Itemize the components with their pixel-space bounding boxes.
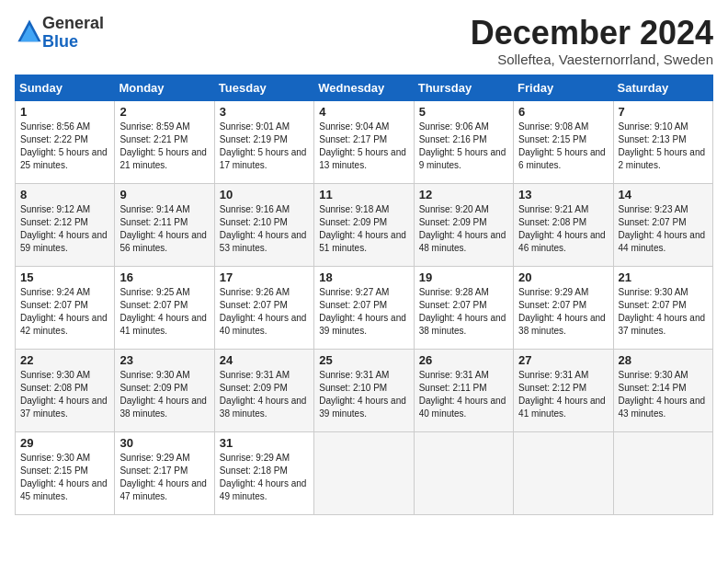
calendar-day-cell: 11Sunrise: 9:18 AMSunset: 2:09 PMDayligh… [314, 183, 414, 266]
weekday-header-cell: Saturday [613, 75, 712, 100]
calendar-table: SundayMondayTuesdayWednesdayThursdayFrid… [15, 75, 713, 515]
calendar-day-cell: 27Sunrise: 9:31 AMSunset: 2:12 PMDayligh… [514, 349, 613, 431]
day-number: 18 [319, 270, 408, 284]
day-info: Sunrise: 9:31 AMSunset: 2:10 PMDaylight:… [319, 369, 408, 420]
calendar-day-cell: 30Sunrise: 9:29 AMSunset: 2:17 PMDayligh… [115, 431, 214, 514]
day-number: 16 [119, 270, 209, 284]
day-info: Sunrise: 9:06 AMSunset: 2:16 PMDaylight:… [419, 121, 508, 172]
logo: General Blue [15, 15, 104, 52]
day-info: Sunrise: 9:16 AMSunset: 2:10 PMDaylight:… [220, 203, 309, 255]
day-info: Sunrise: 9:29 AMSunset: 2:07 PMDaylight:… [518, 286, 608, 338]
day-info: Sunrise: 9:08 AMSunset: 2:15 PMDaylight:… [518, 121, 608, 172]
day-info: Sunrise: 9:28 AMSunset: 2:07 PMDaylight:… [419, 286, 508, 338]
day-number: 23 [119, 353, 209, 367]
calendar-day-cell: 14Sunrise: 9:23 AMSunset: 2:07 PMDayligh… [613, 183, 712, 266]
calendar-day-cell: 29Sunrise: 9:30 AMSunset: 2:15 PMDayligh… [16, 431, 115, 514]
day-number: 31 [220, 436, 309, 450]
calendar-week-row: 8Sunrise: 9:12 AMSunset: 2:12 PMDaylight… [16, 183, 713, 266]
day-info: Sunrise: 9:25 AMSunset: 2:07 PMDaylight:… [119, 286, 209, 338]
calendar-day-cell: 9Sunrise: 9:14 AMSunset: 2:11 PMDaylight… [115, 183, 214, 266]
day-info: Sunrise: 9:31 AMSunset: 2:12 PMDaylight:… [518, 369, 608, 420]
calendar-day-cell: 12Sunrise: 9:20 AMSunset: 2:09 PMDayligh… [414, 183, 513, 266]
day-number: 11 [319, 188, 408, 201]
day-number: 20 [518, 270, 608, 284]
day-info: Sunrise: 9:14 AMSunset: 2:11 PMDaylight:… [119, 203, 209, 255]
calendar-day-cell: 18Sunrise: 9:27 AMSunset: 2:07 PMDayligh… [314, 266, 414, 349]
calendar-day-cell: 7Sunrise: 9:10 AMSunset: 2:13 PMDaylight… [613, 100, 712, 183]
calendar-day-cell: 1Sunrise: 8:56 AMSunset: 2:22 PMDaylight… [16, 100, 115, 183]
day-info: Sunrise: 8:59 AMSunset: 2:21 PMDaylight:… [119, 121, 209, 172]
weekday-header-cell: Thursday [414, 75, 513, 100]
weekday-header-cell: Friday [514, 75, 613, 100]
calendar-body: 1Sunrise: 8:56 AMSunset: 2:22 PMDaylight… [16, 100, 713, 514]
day-number: 7 [619, 105, 708, 119]
day-number: 2 [119, 105, 209, 119]
day-number: 8 [20, 188, 109, 201]
day-number: 6 [518, 105, 608, 119]
day-info: Sunrise: 9:31 AMSunset: 2:11 PMDaylight:… [419, 369, 508, 420]
day-info: Sunrise: 9:27 AMSunset: 2:07 PMDaylight:… [319, 286, 408, 338]
calendar-day-cell: 2Sunrise: 8:59 AMSunset: 2:21 PMDaylight… [115, 100, 214, 183]
weekday-header-cell: Sunday [16, 75, 115, 100]
day-number: 26 [419, 353, 508, 367]
day-number: 17 [220, 270, 309, 284]
weekday-header-cell: Tuesday [214, 75, 313, 100]
calendar-day-cell: 13Sunrise: 9:21 AMSunset: 2:08 PMDayligh… [514, 183, 613, 266]
day-info: Sunrise: 9:29 AMSunset: 2:17 PMDaylight:… [119, 452, 209, 503]
calendar-day-cell: 19Sunrise: 9:28 AMSunset: 2:07 PMDayligh… [414, 266, 513, 349]
calendar-day-cell [414, 431, 513, 514]
calendar-day-cell: 15Sunrise: 9:24 AMSunset: 2:07 PMDayligh… [16, 266, 115, 349]
logo-line2: Blue [42, 33, 104, 52]
calendar-day-cell: 5Sunrise: 9:06 AMSunset: 2:16 PMDaylight… [414, 100, 513, 183]
calendar-week-row: 29Sunrise: 9:30 AMSunset: 2:15 PMDayligh… [16, 431, 713, 514]
day-info: Sunrise: 9:01 AMSunset: 2:19 PMDaylight:… [220, 121, 309, 172]
day-info: Sunrise: 9:30 AMSunset: 2:07 PMDaylight:… [619, 286, 708, 338]
calendar-day-cell: 21Sunrise: 9:30 AMSunset: 2:07 PMDayligh… [613, 266, 712, 349]
day-info: Sunrise: 9:30 AMSunset: 2:08 PMDaylight:… [20, 369, 109, 420]
month-title: December 2024 [471, 15, 713, 52]
day-info: Sunrise: 8:56 AMSunset: 2:22 PMDaylight:… [20, 121, 109, 172]
day-number: 29 [20, 436, 109, 450]
calendar-day-cell: 6Sunrise: 9:08 AMSunset: 2:15 PMDaylight… [514, 100, 613, 183]
calendar-day-cell: 28Sunrise: 9:30 AMSunset: 2:14 PMDayligh… [613, 349, 712, 431]
day-number: 30 [119, 436, 209, 450]
calendar-day-cell: 17Sunrise: 9:26 AMSunset: 2:07 PMDayligh… [214, 266, 313, 349]
day-number: 22 [20, 353, 109, 367]
day-info: Sunrise: 9:04 AMSunset: 2:17 PMDaylight:… [319, 121, 408, 172]
calendar-day-cell: 3Sunrise: 9:01 AMSunset: 2:19 PMDaylight… [214, 100, 313, 183]
day-number: 5 [419, 105, 508, 119]
day-number: 4 [319, 105, 408, 119]
calendar-day-cell [613, 431, 712, 514]
calendar-week-row: 15Sunrise: 9:24 AMSunset: 2:07 PMDayligh… [16, 266, 713, 349]
day-info: Sunrise: 9:26 AMSunset: 2:07 PMDaylight:… [220, 286, 309, 338]
logo-line1: General [42, 15, 104, 33]
day-number: 12 [419, 188, 508, 201]
title-area: December 2024 Solleftea, Vaesternorrland… [471, 15, 713, 67]
calendar-day-cell: 8Sunrise: 9:12 AMSunset: 2:12 PMDaylight… [16, 183, 115, 266]
day-info: Sunrise: 9:12 AMSunset: 2:12 PMDaylight:… [20, 203, 109, 255]
day-info: Sunrise: 9:30 AMSunset: 2:14 PMDaylight:… [619, 369, 708, 420]
day-number: 27 [518, 353, 608, 367]
calendar-day-cell: 10Sunrise: 9:16 AMSunset: 2:10 PMDayligh… [214, 183, 313, 266]
day-info: Sunrise: 9:18 AMSunset: 2:09 PMDaylight:… [319, 203, 408, 255]
day-number: 10 [220, 188, 309, 201]
calendar-day-cell: 22Sunrise: 9:30 AMSunset: 2:08 PMDayligh… [16, 349, 115, 431]
logo-icon [17, 18, 42, 44]
day-number: 3 [220, 105, 309, 119]
day-number: 9 [119, 188, 209, 201]
day-info: Sunrise: 9:21 AMSunset: 2:08 PMDaylight:… [518, 203, 608, 255]
calendar-week-row: 22Sunrise: 9:30 AMSunset: 2:08 PMDayligh… [16, 349, 713, 431]
day-info: Sunrise: 9:10 AMSunset: 2:13 PMDaylight:… [619, 121, 708, 172]
day-number: 21 [619, 270, 708, 284]
day-info: Sunrise: 9:23 AMSunset: 2:07 PMDaylight:… [619, 203, 708, 255]
day-info: Sunrise: 9:24 AMSunset: 2:07 PMDaylight:… [20, 286, 109, 338]
day-number: 24 [220, 353, 309, 367]
day-number: 13 [518, 188, 608, 201]
calendar-day-cell: 16Sunrise: 9:25 AMSunset: 2:07 PMDayligh… [115, 266, 214, 349]
day-info: Sunrise: 9:29 AMSunset: 2:18 PMDaylight:… [220, 452, 309, 503]
day-info: Sunrise: 9:20 AMSunset: 2:09 PMDaylight:… [419, 203, 508, 255]
calendar-day-cell: 26Sunrise: 9:31 AMSunset: 2:11 PMDayligh… [414, 349, 513, 431]
calendar-week-row: 1Sunrise: 8:56 AMSunset: 2:22 PMDaylight… [16, 100, 713, 183]
day-number: 14 [619, 188, 708, 201]
calendar-day-cell: 4Sunrise: 9:04 AMSunset: 2:17 PMDaylight… [314, 100, 414, 183]
